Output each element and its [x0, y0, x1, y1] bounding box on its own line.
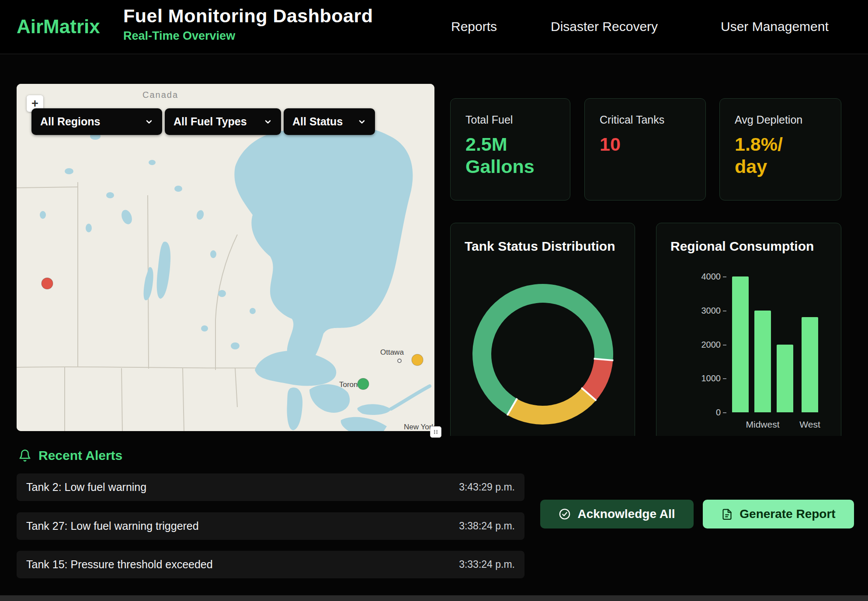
bottom-scrollbar[interactable] — [0, 595, 868, 601]
check-circle-icon — [559, 508, 571, 520]
alert-list-item[interactable]: Tank 2: Low fuel warning 3:43:29 p.m. — [17, 473, 524, 501]
y-axis-label: 4000 — [694, 272, 721, 282]
y-axis-tick — [723, 276, 726, 277]
tank-marker-critical[interactable] — [42, 278, 53, 289]
regional-consumption-card: Regional Consumption MidwestWest40003000… — [656, 223, 841, 450]
alert-timestamp: 3:33:24 p.m. — [459, 559, 515, 570]
tank-map[interactable]: Canada Ottawa Toronto New York + All Reg… — [17, 84, 434, 431]
alerts-title: Recent Alerts — [38, 448, 122, 463]
y-axis-label: 0 — [694, 408, 721, 418]
recent-alerts-section: Recent Alerts Tank 2: Low fuel warning 3… — [0, 436, 868, 601]
y-axis-label: 1000 — [694, 373, 721, 383]
map-filter-bar: All Regions All Fuel Types All Status — [31, 108, 375, 135]
tank-marker-warning[interactable] — [412, 354, 423, 366]
chevron-down-icon — [145, 117, 153, 126]
document-icon — [721, 508, 733, 520]
fuel-type-filter-value: All Fuel Types — [174, 115, 247, 128]
alert-list-item[interactable]: Tank 27: Low fuel warning triggered 3:38… — [17, 512, 524, 540]
map-canvas[interactable]: Canada Ottawa Toronto New York — [17, 84, 434, 431]
nav-reports[interactable]: Reports — [451, 19, 497, 34]
alerts-header: Recent Alerts — [18, 448, 122, 463]
y-axis-tick — [723, 378, 726, 379]
chevron-down-icon — [264, 117, 272, 126]
tank-status-donut-chart[interactable] — [451, 223, 635, 450]
status-filter-value: All Status — [292, 115, 343, 128]
brand-logo[interactable]: AirMatrix — [17, 16, 100, 38]
alert-timestamp: 3:38:24 p.m. — [459, 520, 515, 532]
region-filter-value: All Regions — [40, 115, 101, 128]
stat-value: 1.8%/day — [735, 133, 826, 177]
chevron-down-icon — [358, 117, 366, 126]
stat-value: 10 — [600, 133, 691, 155]
consumption-bar[interactable] — [777, 345, 793, 413]
y-axis-tick — [723, 412, 726, 413]
y-axis-tick — [723, 311, 726, 311]
nav-disaster-recovery[interactable]: Disaster Recovery — [551, 19, 658, 34]
app-header: AirMatrix Fuel Monitoring Dashboard Real… — [0, 0, 868, 54]
ottawa-city-dot — [398, 359, 401, 363]
x-axis-label: West — [784, 419, 836, 430]
chart-title: Tank Status Distribution — [465, 239, 615, 254]
stat-card-total-fuel: Total Fuel 2.5MGallons — [450, 98, 570, 200]
donut-segment-warning[interactable] — [507, 388, 596, 425]
nav-user-management[interactable]: User Management — [721, 19, 829, 34]
grip-dots-icon — [432, 428, 439, 435]
stat-card-avg-depletion: Avg Depletion 1.8%/day — [719, 98, 841, 200]
alert-list-item[interactable]: Tank 15: Pressure threshold exceeded 3:3… — [17, 551, 524, 578]
acknowledge-all-button[interactable]: Acknowledge All — [540, 500, 694, 528]
alert-timestamp: 3:43:29 p.m. — [459, 481, 515, 493]
resize-grip-handle[interactable] — [430, 426, 441, 438]
map-label-canada: Canada — [142, 90, 178, 100]
stat-card-critical-tanks: Critical Tanks 10 — [584, 98, 706, 200]
alert-message: Tank 27: Low fuel warning triggered — [26, 520, 199, 532]
title-block: Fuel Monitoring Dashboard Real-Time Over… — [123, 5, 373, 43]
fuel-type-filter-dropdown[interactable]: All Fuel Types — [165, 108, 281, 135]
consumption-bar[interactable] — [754, 311, 771, 412]
y-axis-tick — [723, 345, 726, 345]
stat-label: Critical Tanks — [600, 114, 691, 126]
chart-title: Regional Consumption — [670, 239, 814, 254]
y-axis-label: 3000 — [694, 306, 721, 316]
regional-consumption-chart[interactable]: MidwestWest40003000200010000 — [656, 223, 841, 449]
alert-message: Tank 2: Low fuel warning — [26, 481, 146, 494]
x-axis-label: Midwest — [736, 419, 789, 430]
map-label-ottawa: Ottawa — [380, 348, 404, 356]
consumption-bar[interactable] — [802, 317, 818, 412]
page-title: Fuel Monitoring Dashboard — [123, 5, 373, 27]
page-subtitle: Real-Time Overview — [123, 29, 373, 43]
y-axis-label: 2000 — [694, 340, 721, 350]
region-filter-dropdown[interactable]: All Regions — [31, 108, 162, 135]
generate-report-button[interactable]: Generate Report — [703, 500, 854, 528]
status-filter-dropdown[interactable]: All Status — [284, 108, 375, 135]
alert-message: Tank 15: Pressure threshold exceeded — [26, 558, 213, 571]
stat-label: Total Fuel — [465, 114, 555, 126]
tank-status-card: Tank Status Distribution — [450, 223, 635, 450]
generate-report-label: Generate Report — [740, 507, 835, 521]
bell-icon — [18, 449, 31, 462]
acknowledge-all-label: Acknowledge All — [577, 507, 675, 521]
tank-marker-normal[interactable] — [358, 378, 369, 390]
stat-label: Avg Depletion — [735, 114, 826, 126]
stat-value: 2.5MGallons — [465, 133, 555, 177]
consumption-bar[interactable] — [732, 276, 749, 412]
